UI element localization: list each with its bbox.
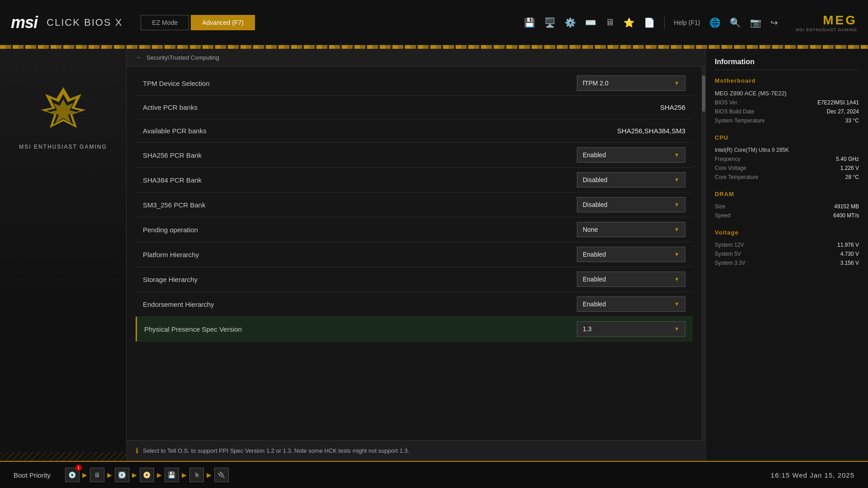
help-bar-text: Select to Tell O.S. to support PPI Spec …: [143, 447, 409, 454]
info-voltage-12v-key: System 12V: [715, 242, 744, 248]
info-voltage-12v-row: System 12V 11.976 V: [715, 240, 859, 249]
tpm-device-dropdown[interactable]: fTPM 2.0 ▼: [577, 75, 685, 91]
setting-row-active-pcr: Active PCR banks SHA256: [136, 96, 693, 119]
info-cpu-freq-row: Frequency 5.40 GHz: [715, 155, 859, 164]
help-bar: ℹ Select to Tell O.S. to support PPI Spe…: [127, 440, 705, 461]
file-icon[interactable]: 📄: [644, 17, 655, 28]
boot-device-7-icon: 🔌: [217, 471, 225, 479]
setting-row-available-pcr: Available PCR banks SHA256,SHA384,SM3: [136, 119, 693, 143]
info-bios-date-val: Dec 27, 2024: [827, 108, 859, 115]
ppi-spec-dropdown[interactable]: 1.3 ▼: [577, 321, 685, 337]
boot-devices: 💿 1 ▶ 🖥 ▶ 💽 ▶ 📀 ▶ 💾 ▶: [65, 468, 229, 482]
tpm-device-value: fTPM 2.0: [583, 80, 609, 87]
info-cpu-temp-key: Core Temperature: [715, 174, 759, 180]
sidebar-brand-text: MSI ENTHUSIAST GAMING: [19, 144, 107, 150]
content-area: ← Security\Trusted Computing TPM Device …: [127, 49, 705, 461]
storage-hierarchy-label: Storage Hierarchy: [143, 276, 198, 283]
setting-row-tpm-device: TPM Device Selection fTPM 2.0 ▼: [136, 71, 693, 96]
setting-row-storage-hierarchy: Storage Hierarchy Enabled ▼: [136, 267, 693, 292]
info-dram-speed-key: Speed: [715, 212, 731, 219]
platform-hierarchy-dropdown[interactable]: Enabled ▼: [577, 247, 685, 262]
footer-time: 16:15 Wed Jan 15, 2025: [771, 471, 854, 479]
save-icon[interactable]: 💾: [524, 17, 535, 28]
sidebar-decoration: [0, 452, 126, 461]
boot-device-5[interactable]: 💾: [165, 468, 179, 482]
help-bar-icon: ℹ: [136, 446, 138, 455]
monitor-icon[interactable]: 🖥: [605, 17, 614, 28]
setting-row-sha256: SHA256 PCR Bank Enabled ▼: [136, 143, 693, 168]
sha384-pcr-dropdown[interactable]: Disabled ▼: [577, 172, 685, 188]
boot-device-7[interactable]: 🔌: [214, 468, 229, 482]
endorsement-hierarchy-value: Enabled: [583, 300, 606, 308]
info-cpu-temp-val: 28 °C: [845, 174, 859, 180]
ppi-spec-arrow: ▼: [674, 326, 679, 332]
setting-row-ppi-spec: Physical Presence Spec Version 1.3 ▼: [136, 317, 693, 342]
scrollbar[interactable]: [702, 66, 705, 440]
info-voltage-12v-val: 11.976 V: [837, 242, 859, 248]
storage-hierarchy-dropdown[interactable]: Enabled ▼: [577, 272, 685, 287]
breadcrumb-back-arrow[interactable]: ←: [136, 53, 143, 61]
sha384-pcr-label: SHA384 PCR Bank: [143, 176, 202, 184]
info-cpu-name: Intel(R) Core(TM) Ultra 9 285K: [715, 147, 789, 153]
exit-icon[interactable]: ↪: [770, 17, 778, 28]
boot-device-3[interactable]: 💽: [115, 468, 129, 482]
tpm-device-arrow: ▼: [674, 80, 679, 86]
info-motherboard-name: MEG Z890 ACE (MS-7E22): [715, 90, 787, 97]
meg-sub: MSI ENTHUSIAST GAMING: [796, 28, 857, 32]
star-icon[interactable]: ⭐: [623, 17, 635, 28]
gold-bar: [0, 45, 868, 49]
info-cpu-volt-row: Core Voltage 1.226 V: [715, 164, 859, 173]
ez-mode-button[interactable]: EZ Mode: [141, 15, 189, 30]
ppi-spec-label: Physical Presence Spec Version: [144, 325, 242, 333]
info-panel-title: Information: [715, 58, 859, 70]
pending-op-value: None: [583, 226, 598, 233]
boot-device-5-icon: 💾: [168, 471, 175, 479]
boot-device-1-num: 1: [75, 465, 82, 471]
pending-op-arrow: ▼: [674, 226, 679, 233]
sidebar-logo-area: MSI ENTHUSIAST GAMING: [19, 85, 107, 150]
info-bios-ver-val: E7E22IMSI.1A41: [817, 99, 859, 106]
setting-row-endorsement: Endorsement Hierarchy Enabled ▼: [136, 292, 693, 317]
boot-device-3-icon: 💽: [118, 471, 126, 479]
info-cpu-volt-val: 1.226 V: [840, 165, 859, 171]
header-icons: 💾 🖥️ ⚙️ ⌨️ 🖥 ⭐ 📄 Help (F1) 🌐 🔍 📷 ↪ MEG M…: [524, 13, 857, 32]
search-icon[interactable]: 🔍: [730, 17, 741, 28]
sm3-pcr-dropdown[interactable]: Disabled ▼: [577, 197, 685, 212]
boot-device-1-icon: 💿: [68, 471, 76, 479]
msi-logo: msi: [11, 13, 38, 32]
boot-arrow-4: ▶: [157, 471, 162, 479]
pending-op-dropdown[interactable]: None ▼: [577, 222, 685, 237]
advanced-mode-button[interactable]: Advanced (F7): [191, 15, 255, 30]
language-icon[interactable]: 🌐: [709, 17, 721, 28]
info-cpu-volt-key: Core Voltage: [715, 165, 746, 171]
boot-device-2[interactable]: 🖥: [90, 468, 104, 482]
keyboard-icon[interactable]: ⌨️: [585, 17, 596, 28]
info-bios-date-key: BIOS Build Date: [715, 108, 754, 115]
main-layout: MSI ENTHUSIAST GAMING ← Security\Trusted…: [0, 49, 868, 461]
boot-arrow-1: ▶: [82, 471, 87, 479]
endorsement-hierarchy-arrow: ▼: [674, 301, 679, 307]
info-voltage-33v-val: 3.156 V: [840, 260, 859, 266]
camera-icon[interactable]: 📷: [750, 17, 761, 28]
meg-logo-area: MEG MSI ENTHUSIAST GAMING: [796, 13, 857, 32]
sha256-pcr-dropdown[interactable]: Enabled ▼: [577, 147, 685, 163]
boot-device-4[interactable]: 📀: [140, 468, 154, 482]
info-voltage-5v-row: System 5V 4.730 V: [715, 249, 859, 258]
settings-list: TPM Device Selection fTPM 2.0 ▼ Active P…: [127, 66, 702, 440]
sm3-pcr-label: SM3_256 PCR Bank: [143, 201, 205, 209]
settings-icon[interactable]: ⚙️: [565, 17, 576, 28]
boot-device-1[interactable]: 💿 1: [65, 468, 80, 482]
sha384-pcr-value: Disabled: [583, 176, 607, 183]
mode-buttons: EZ Mode Advanced (F7): [141, 15, 255, 30]
endorsement-hierarchy-dropdown[interactable]: Enabled ▼: [577, 296, 685, 312]
scroll-thumb[interactable]: [702, 75, 705, 112]
boot-device-2-icon: 🖥: [94, 471, 100, 479]
info-dram-size-row: Size 49152 MB: [715, 202, 859, 211]
cpu-icon[interactable]: 🖥️: [544, 17, 556, 28]
header: msi CLICK BIOS X EZ Mode Advanced (F7) 💾…: [0, 0, 868, 45]
info-voltage-5v-key: System 5V: [715, 251, 741, 257]
boot-device-6[interactable]: 🖱: [189, 468, 204, 482]
help-button[interactable]: Help (F1): [674, 19, 700, 26]
info-voltage-33v-key: System 3.3V: [715, 260, 745, 266]
info-dram-speed-row: Speed 6400 MT/s: [715, 211, 859, 220]
